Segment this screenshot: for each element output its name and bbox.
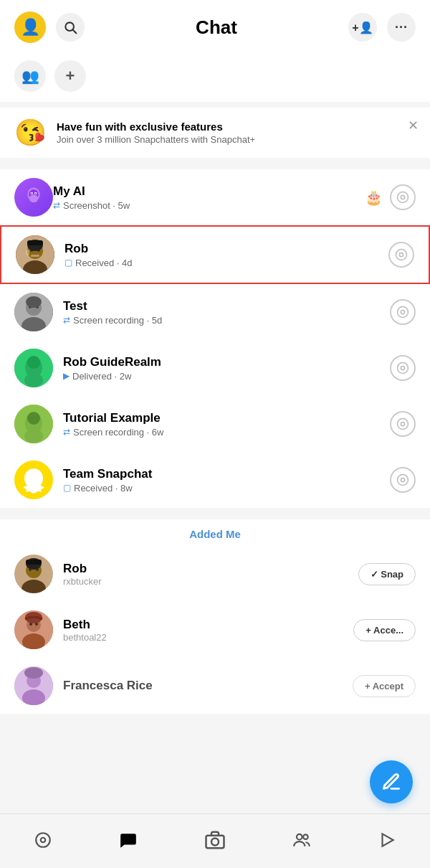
my-ai-info: My AI ⇄ Screenshot · 5w <box>53 184 365 211</box>
added-rob-graphic <box>14 555 53 593</box>
tutorial-avatar <box>14 405 53 443</box>
my-ai-status-icon: ⇄ <box>53 200 60 210</box>
svg-point-30 <box>27 356 40 369</box>
added-me-section: Added Me Rob rxbtucker ✓ Snap <box>0 519 430 714</box>
team-status: ▢ Received · 8w <box>63 483 390 494</box>
nav-camera[interactable] <box>204 829 226 851</box>
svg-point-60 <box>211 838 219 845</box>
svg-point-39 <box>401 478 404 481</box>
svg-point-37 <box>401 422 404 425</box>
my-ai-avatar <box>14 178 53 217</box>
svg-point-7 <box>35 193 37 194</box>
accept-button-beth[interactable]: + Acce... <box>353 619 416 641</box>
nav-chat[interactable] <box>119 831 138 849</box>
added-beth-username: bethtoal22 <box>63 632 353 643</box>
user-avatar[interactable]: 👤 <box>14 11 46 43</box>
search-button[interactable] <box>56 13 85 42</box>
accept-button-francesca[interactable]: + Accept <box>353 675 416 697</box>
francesca-avatar-graphic <box>14 666 53 705</box>
compose-icon <box>381 772 401 792</box>
rob-info: Rob ▢ Received · 4d <box>64 242 388 268</box>
sub-header: 👥 + <box>0 55 430 102</box>
search-icon <box>63 20 77 34</box>
added-beth-name: Beth <box>63 618 353 632</box>
guide-status: ▶ Delivered · 2w <box>63 371 390 382</box>
test-avatar-graphic <box>14 293 53 331</box>
nav-spotlight[interactable] <box>378 831 396 849</box>
svg-point-26 <box>26 296 42 308</box>
compose-button[interactable] <box>370 760 413 803</box>
camera-icon-guide <box>396 362 409 374</box>
chat-item-my-ai[interactable]: My AI ⇄ Screenshot · 5w 🎂 <box>0 169 430 225</box>
tutorial-name: Tutorial Example <box>63 411 390 425</box>
rob-avatar <box>16 235 54 274</box>
add-friend-button[interactable]: +👤 <box>348 13 377 42</box>
svg-rect-19 <box>27 240 43 245</box>
rob-camera-button[interactable] <box>388 242 414 268</box>
guide-info: Rob GuideRealm ▶ Delivered · 2w <box>63 355 390 382</box>
team-info: Team Snapchat ▢ Received · 8w <box>63 467 390 494</box>
added-item-francesca[interactable]: Francesca Rice + Accept <box>0 658 430 714</box>
camera-icon-test <box>396 306 409 319</box>
svg-point-20 <box>399 253 403 256</box>
tutorial-avatar-graphic <box>14 405 53 443</box>
test-status: ⇄ Screen recording · 5d <box>63 315 390 326</box>
promo-text: Have fun with exclusive features Join ov… <box>57 121 416 145</box>
my-ai-camera-button[interactable] <box>390 184 416 210</box>
promo-title: Have fun with exclusive features <box>57 121 416 133</box>
svg-rect-46 <box>26 560 42 565</box>
nav-friends[interactable] <box>292 831 311 849</box>
page-title: Chat <box>196 16 237 39</box>
chat-item-rob[interactable]: Rob ▢ Received · 4d <box>0 225 430 284</box>
tutorial-info: Tutorial Example ⇄ Screen recording · 6w <box>63 411 390 438</box>
added-beth-graphic <box>14 610 53 649</box>
team-camera-button[interactable] <box>390 467 416 493</box>
test-status-icon: ⇄ <box>63 315 70 325</box>
added-francesca-avatar <box>14 666 53 705</box>
added-item-beth[interactable]: Beth bethtoal22 + Acce... <box>0 602 430 658</box>
svg-marker-63 <box>383 834 393 846</box>
svg-point-51 <box>29 623 32 626</box>
new-chat-button[interactable]: + <box>54 60 86 92</box>
chat-list: My AI ⇄ Screenshot · 5w 🎂 <box>0 169 430 508</box>
svg-point-10 <box>401 195 404 199</box>
svg-rect-17 <box>31 255 39 257</box>
added-item-rob[interactable]: Rob rxbtucker ✓ Snap <box>0 546 430 602</box>
tutorial-status-icon: ⇄ <box>63 427 70 437</box>
promo-banner: 😘 Have fun with exclusive features Join … <box>0 108 430 158</box>
svg-line-1 <box>73 30 77 34</box>
more-options-button[interactable]: ··· <box>387 13 416 42</box>
header: 👤 Chat +👤 ··· <box>0 0 430 55</box>
promo-close-button[interactable]: ✕ <box>408 118 419 133</box>
nav-map[interactable] <box>34 831 52 849</box>
chat-item-test[interactable]: Test ⇄ Screen recording · 5d <box>0 284 430 340</box>
svg-point-6 <box>31 193 32 194</box>
tutorial-camera-button[interactable] <box>390 411 416 437</box>
divider-2 <box>0 508 430 514</box>
camera-icon <box>396 191 409 204</box>
guide-camera-button[interactable] <box>390 355 416 381</box>
chat-item-rob-guiderealm[interactable]: Rob GuideRealm ▶ Delivered · 2w <box>0 340 430 396</box>
camera-nav-icon <box>204 829 226 851</box>
groups-button[interactable]: 👥 <box>14 60 46 92</box>
svg-point-61 <box>297 834 302 839</box>
svg-point-36 <box>24 429 43 443</box>
play-icon <box>378 831 396 849</box>
add-icon: + <box>66 67 75 85</box>
svg-point-62 <box>303 834 308 839</box>
svg-point-31 <box>24 373 43 387</box>
team-avatar <box>14 461 53 499</box>
francesca-name: Francesca Rice <box>63 679 353 693</box>
test-camera-button[interactable] <box>390 299 416 325</box>
tutorial-status-text: Screen recording · 6w <box>73 427 163 438</box>
chat-item-tutorial[interactable]: Tutorial Example ⇄ Screen recording · 6w <box>0 396 430 452</box>
francesca-info: Francesca Rice <box>63 679 353 693</box>
snap-button-rob[interactable]: ✓ Snap <box>358 563 416 585</box>
test-status-text: Screen recording · 5d <box>73 315 162 326</box>
map-icon <box>34 831 52 849</box>
chat-item-team-snapchat[interactable]: Team Snapchat ▢ Received · 8w <box>0 452 430 508</box>
svg-point-58 <box>40 837 45 842</box>
guide-name: Rob GuideRealm <box>63 355 390 369</box>
my-ai-name: My AI <box>53 184 365 199</box>
guide-avatar <box>14 349 53 387</box>
